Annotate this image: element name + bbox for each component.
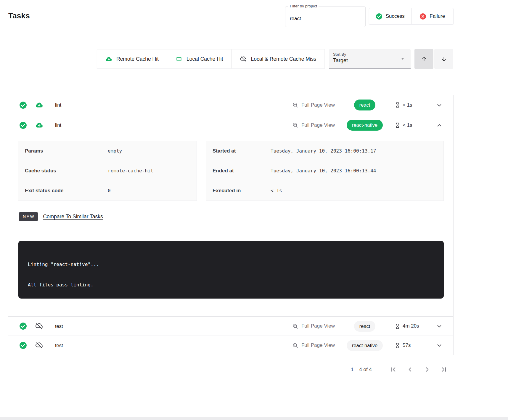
zoom-in-icon bbox=[292, 342, 298, 349]
hourglass-icon bbox=[395, 102, 400, 108]
next-page-button[interactable] bbox=[423, 365, 431, 374]
ended-at-value: Tuesday, January 10, 2023 16:00:13.44 bbox=[271, 168, 376, 174]
started-at-label: Started at bbox=[213, 148, 271, 154]
success-filter-button[interactable]: Success bbox=[369, 8, 411, 24]
chevron-down-icon bbox=[436, 102, 443, 108]
first-page-icon bbox=[390, 366, 397, 373]
full-page-view-label: Full Page View bbox=[301, 102, 335, 108]
executed-in-value: < 1s bbox=[271, 188, 282, 193]
pagination: 1 – 4 of 4 bbox=[351, 365, 448, 374]
project-filter-input[interactable] bbox=[285, 7, 365, 27]
local-cache-hit-filter-button[interactable]: Local Cache Hit bbox=[167, 49, 232, 68]
full-page-view-label: Full Page View bbox=[301, 342, 335, 348]
cloud-download-icon bbox=[35, 121, 43, 129]
check-circle-icon bbox=[19, 101, 27, 109]
cache-miss-filter-button[interactable]: Local & Remote Cache Miss bbox=[232, 49, 325, 68]
task-row-header[interactable]: lint Full Page View react < 1s bbox=[8, 95, 453, 115]
task-duration: 57s bbox=[395, 342, 424, 348]
previous-page-button[interactable] bbox=[406, 365, 414, 374]
local-cache-hit-label: Local Cache Hit bbox=[187, 56, 223, 62]
pagination-range: 1 – 4 of 4 bbox=[351, 367, 372, 373]
full-page-view-button[interactable]: Full Page View bbox=[292, 122, 335, 128]
task-target: test bbox=[55, 323, 63, 329]
zoom-in-icon bbox=[292, 122, 298, 128]
cache-miss-label: Local & Remote Cache Miss bbox=[251, 56, 316, 62]
terminal-output: Linting "react-native"... All files pass… bbox=[18, 241, 444, 299]
expand-row-button[interactable] bbox=[435, 322, 444, 331]
full-page-view-button[interactable]: Full Page View bbox=[292, 102, 335, 108]
task-list: lint Full Page View react < 1s bbox=[8, 95, 454, 355]
compare-to-similar-tasks-link[interactable]: Compare To Similar Tasks bbox=[43, 214, 103, 220]
task-row-header[interactable]: lint Full Page View react-native < 1s bbox=[8, 115, 453, 135]
project-badge[interactable]: react bbox=[354, 321, 376, 332]
full-page-view-label: Full Page View bbox=[301, 122, 335, 128]
terminal-line: Linting "react-native"... bbox=[28, 262, 434, 267]
remote-cache-hit-filter-button[interactable]: Remote Cache Hit bbox=[97, 49, 167, 68]
cloud-off-icon bbox=[240, 56, 247, 62]
task-detail-area: Params empty Cache status remote-cache-h… bbox=[8, 135, 453, 299]
task-row-header[interactable]: test Full Page View react-native 57s bbox=[8, 336, 453, 355]
check-circle-icon bbox=[19, 322, 27, 330]
sort-by-label: Sort By bbox=[333, 52, 406, 57]
terminal-line: All files pass linting. bbox=[28, 282, 434, 288]
hourglass-icon bbox=[395, 122, 400, 128]
sort-descending-button[interactable] bbox=[434, 49, 453, 69]
sort-direction-group bbox=[414, 49, 453, 69]
chevron-down-icon bbox=[436, 323, 443, 329]
compare-row: NEW Compare To Similar Tasks bbox=[19, 212, 444, 221]
ended-at-label: Ended at bbox=[213, 168, 271, 174]
full-page-view-button[interactable]: Full Page View bbox=[292, 342, 335, 349]
zoom-in-icon bbox=[292, 102, 298, 108]
laptop-icon bbox=[176, 56, 182, 62]
cache-filter-group: Remote Cache Hit Local Cache Hit Local &… bbox=[97, 49, 325, 69]
project-badge[interactable]: react bbox=[354, 100, 376, 110]
executed-in-label: Executed in bbox=[213, 188, 271, 194]
sort-by-select[interactable]: Sort By Target bbox=[329, 49, 411, 69]
detail-row-executed-in: Executed in < 1s bbox=[213, 181, 437, 201]
project-filter-field[interactable]: Filter by project bbox=[285, 6, 366, 27]
chevron-right-icon bbox=[423, 366, 431, 373]
first-page-button[interactable] bbox=[389, 365, 398, 374]
failure-filter-button[interactable]: Failure bbox=[411, 8, 454, 24]
project-badge[interactable]: react-native bbox=[347, 120, 383, 131]
detail-row-cache-status: Cache status remote-cache-hit bbox=[25, 161, 190, 181]
scroll-edge-strip bbox=[0, 417, 508, 420]
chevron-down-icon bbox=[436, 342, 443, 349]
project-badge[interactable]: react-native bbox=[347, 340, 383, 351]
cloud-download-icon bbox=[105, 56, 112, 62]
cloud-off-icon bbox=[35, 322, 43, 330]
full-page-view-button[interactable]: Full Page View bbox=[292, 323, 335, 329]
cache-status-value: remote-cache-hit bbox=[108, 168, 153, 174]
task-row-header[interactable]: test Full Page View react 4m 20s bbox=[8, 317, 453, 336]
params-label: Params bbox=[25, 148, 108, 154]
task-detail-panel-left: Params empty Cache status remote-cache-h… bbox=[18, 141, 197, 201]
task-row-actions: Full Page View react 4m 20s bbox=[292, 321, 444, 332]
zoom-in-icon bbox=[292, 323, 298, 329]
expand-row-button[interactable] bbox=[435, 101, 444, 110]
last-page-button[interactable] bbox=[440, 365, 448, 374]
detail-row-exit-code: Exit status code 0 bbox=[25, 181, 190, 201]
failure-filter-label: Failure bbox=[430, 13, 445, 19]
exit-code-value: 0 bbox=[108, 188, 111, 193]
task-duration: < 1s bbox=[395, 122, 424, 128]
sort-ascending-button[interactable] bbox=[414, 49, 433, 69]
success-filter-label: Success bbox=[386, 13, 405, 19]
x-circle-icon bbox=[419, 13, 426, 20]
chevron-up-icon bbox=[436, 122, 443, 129]
check-circle-icon bbox=[19, 121, 27, 129]
arrow-down-icon bbox=[441, 56, 447, 62]
caret-down-icon bbox=[401, 57, 405, 61]
cache-status-label: Cache status bbox=[25, 168, 108, 174]
new-badge: NEW bbox=[19, 212, 38, 221]
project-filter-label: Filter by project bbox=[288, 4, 319, 8]
detail-row-ended-at: Ended at Tuesday, January 10, 2023 16:00… bbox=[213, 161, 437, 181]
chevron-left-icon bbox=[406, 366, 414, 373]
detail-row-params: Params empty bbox=[25, 141, 190, 161]
collapse-row-button[interactable] bbox=[435, 121, 444, 130]
expand-row-button[interactable] bbox=[435, 341, 444, 350]
task-row-actions: Full Page View react < 1s bbox=[292, 100, 444, 110]
task-row-actions: Full Page View react-native < 1s bbox=[292, 120, 444, 131]
hourglass-icon bbox=[395, 323, 400, 329]
task-duration: < 1s bbox=[395, 102, 424, 108]
remote-cache-hit-label: Remote Cache Hit bbox=[116, 56, 159, 62]
